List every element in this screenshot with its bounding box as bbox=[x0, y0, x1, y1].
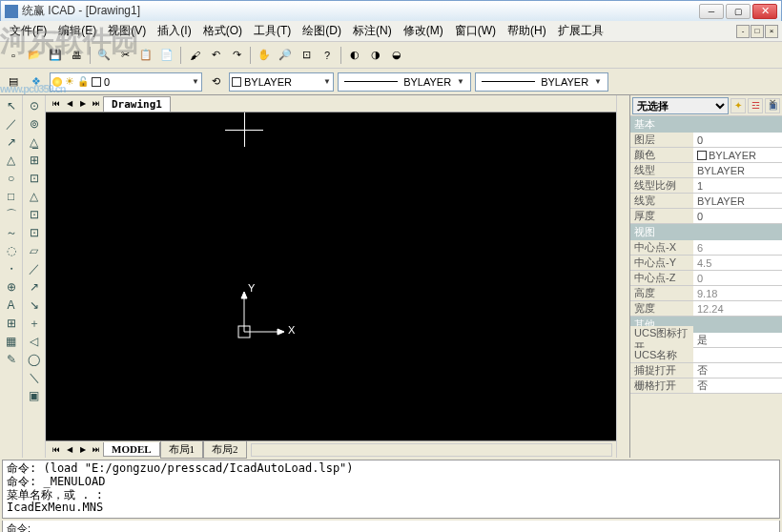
prop-value[interactable]: 6 bbox=[693, 240, 782, 255]
layers-icon[interactable]: ❖ bbox=[27, 72, 46, 92]
menu-d[interactable]: 绘图(D) bbox=[297, 21, 347, 41]
undo-icon[interactable]: ↶ bbox=[206, 46, 225, 65]
prop-value[interactable]: 0 bbox=[693, 133, 782, 147]
prop-value[interactable]: 4.5 bbox=[693, 256, 782, 270]
new-icon[interactable]: ▫ bbox=[4, 46, 23, 65]
draw-tool-7[interactable]: ～ bbox=[2, 224, 21, 241]
modify-tool-0[interactable]: ⊙ bbox=[25, 97, 44, 114]
modify-tool-9[interactable]: ／ bbox=[25, 260, 44, 277]
help-icon[interactable]: ? bbox=[318, 46, 337, 65]
extra3-icon[interactable]: ◒ bbox=[387, 46, 406, 65]
draw-tool-0[interactable]: ↖ bbox=[2, 97, 21, 114]
vertical-scrollbar[interactable] bbox=[616, 95, 629, 458]
prop-row[interactable]: 线宽BYLAYER bbox=[630, 194, 782, 209]
prop-row[interactable]: 中心点-Y4.5 bbox=[630, 256, 782, 271]
prop-value[interactable]: BYLAYER bbox=[693, 163, 782, 177]
modify-tool-16[interactable]: ▣ bbox=[25, 387, 44, 404]
layout-tab-布局1[interactable]: 布局1 bbox=[160, 441, 204, 459]
layer-prev-button[interactable]: ⟲ bbox=[206, 72, 225, 92]
draw-tool-14[interactable]: ✎ bbox=[2, 351, 21, 368]
prop-value[interactable]: 是 bbox=[693, 333, 782, 347]
prop-row[interactable]: 线型比例1 bbox=[630, 178, 782, 194]
draw-tool-12[interactable]: ⊞ bbox=[2, 315, 21, 332]
prop-value[interactable]: 9.18 bbox=[693, 286, 782, 300]
prop-row[interactable]: 中心点-X6 bbox=[630, 240, 782, 256]
draw-tool-11[interactable]: A bbox=[2, 297, 21, 314]
tab-prev-button[interactable]: ◀ bbox=[63, 97, 76, 111]
modify-tool-13[interactable]: ◁ bbox=[25, 333, 44, 350]
modify-tool-2[interactable]: △̲ bbox=[25, 133, 44, 151]
modify-tool-12[interactable]: ＋ bbox=[25, 315, 44, 332]
prop-value[interactable]: 12.24 bbox=[693, 301, 782, 316]
prop-value[interactable]: 0 bbox=[693, 209, 782, 223]
modify-tool-6[interactable]: ⊡ bbox=[25, 206, 44, 223]
prop-value[interactable]: 1 bbox=[693, 178, 782, 193]
menu-h[interactable]: 帮助(H) bbox=[502, 21, 552, 41]
prop-row[interactable]: 宽度12.24 bbox=[630, 301, 782, 317]
pickadd-button[interactable]: ☲ bbox=[748, 98, 763, 113]
zoom-ext-icon[interactable]: ⊡ bbox=[297, 46, 316, 65]
layer-manager-button[interactable]: ▤ bbox=[4, 72, 23, 92]
modify-tool-14[interactable]: ◯ bbox=[25, 351, 44, 368]
prop-value[interactable]: 否 bbox=[693, 379, 782, 393]
draw-tool-13[interactable]: ▦ bbox=[2, 333, 21, 350]
extra2-icon[interactable]: ◑ bbox=[366, 46, 385, 65]
draw-tool-3[interactable]: △ bbox=[2, 152, 21, 169]
layout-first-button[interactable]: ⏮ bbox=[50, 443, 63, 457]
drawing-canvas[interactable]: Y X bbox=[46, 113, 616, 440]
paste-icon[interactable]: 📄 bbox=[157, 46, 176, 65]
prop-value[interactable]: 否 bbox=[693, 363, 782, 378]
prop-value[interactable]: 0 bbox=[693, 271, 782, 285]
menu-v[interactable]: 视图(V) bbox=[102, 21, 152, 41]
menu-t[interactable]: 工具(T) bbox=[248, 21, 297, 41]
layout-prev-button[interactable]: ◀ bbox=[63, 443, 76, 457]
modify-tool-1[interactable]: ⊚ bbox=[25, 115, 44, 133]
menu-o[interactable]: 格式(O) bbox=[197, 21, 248, 41]
modify-tool-8[interactable]: ▱ bbox=[25, 242, 44, 259]
maximize-button[interactable]: ▢ bbox=[726, 4, 751, 19]
print-icon[interactable]: 🖶 bbox=[67, 46, 86, 65]
draw-tool-1[interactable]: ／ bbox=[2, 115, 21, 133]
draw-tool-6[interactable]: ⌒ bbox=[2, 206, 21, 223]
prop-row[interactable]: 线型BYLAYER bbox=[630, 163, 782, 178]
redo-icon[interactable]: ↷ bbox=[227, 46, 246, 65]
prop-row[interactable]: 高度9.18 bbox=[630, 286, 782, 301]
menu-i[interactable]: 插入(I) bbox=[152, 21, 196, 41]
copy-icon[interactable]: 📋 bbox=[136, 46, 155, 65]
layout-last-button[interactable]: ⏭ bbox=[90, 443, 103, 457]
prop-row[interactable]: 中心点-Z0 bbox=[630, 271, 782, 286]
panel-close-button[interactable]: ✕ bbox=[769, 97, 776, 108]
quickselect-button[interactable]: ✦ bbox=[731, 98, 746, 113]
layout-next-button[interactable]: ▶ bbox=[76, 443, 90, 457]
menu-n[interactable]: 标注(N) bbox=[347, 21, 398, 41]
tab-last-button[interactable]: ⏭ bbox=[90, 97, 103, 111]
modify-tool-3[interactable]: ⊞ bbox=[25, 152, 44, 169]
menu-m[interactable]: 修改(M) bbox=[398, 21, 449, 41]
modify-tool-5[interactable]: △ bbox=[25, 188, 44, 205]
cut-icon[interactable]: ✂ bbox=[115, 46, 134, 65]
modify-tool-15[interactable]: ＼ bbox=[25, 369, 44, 386]
layout-tab-MODEL[interactable]: MODEL bbox=[103, 442, 160, 457]
extra1-icon[interactable]: ◐ bbox=[345, 46, 364, 65]
draw-tool-10[interactable]: ⊕ bbox=[2, 278, 21, 296]
prop-value[interactable]: BYLAYER bbox=[693, 148, 782, 162]
selection-combo[interactable]: 无选择 bbox=[632, 97, 729, 114]
prop-row[interactable]: UCS名称 bbox=[630, 348, 782, 363]
save-icon[interactable]: 💾 bbox=[46, 46, 65, 65]
minimize-button[interactable]: ─ bbox=[699, 4, 724, 19]
color-combo[interactable]: BYLAYER ▼ bbox=[229, 72, 334, 92]
draw-tool-9[interactable]: ・ bbox=[2, 260, 21, 277]
close-button[interactable]: ✕ bbox=[752, 4, 777, 19]
layout-tab-布局2[interactable]: 布局2 bbox=[203, 441, 247, 459]
prop-row[interactable]: 栅格打开否 bbox=[630, 379, 782, 394]
zoom-icon[interactable]: 🔎 bbox=[276, 46, 295, 65]
mdi-restore-button[interactable]: □ bbox=[751, 25, 764, 38]
command-input[interactable]: 命令: bbox=[2, 521, 780, 532]
menu-[interactable]: 扩展工具 bbox=[552, 21, 609, 41]
mdi-minimize-button[interactable]: - bbox=[736, 25, 750, 38]
linetype-combo[interactable]: BYLAYER ▼ bbox=[338, 72, 471, 92]
draw-tool-2[interactable]: ↗ bbox=[2, 133, 21, 151]
modify-tool-4[interactable]: ⊡ bbox=[25, 170, 44, 187]
matchprop-icon[interactable]: 🖌 bbox=[185, 46, 204, 65]
document-tab-active[interactable]: Drawing1 bbox=[103, 96, 171, 112]
